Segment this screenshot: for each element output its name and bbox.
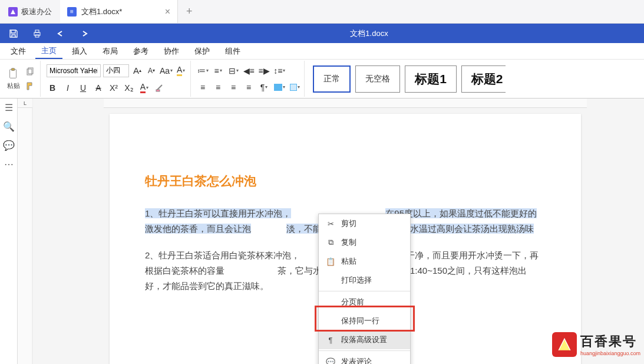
multilevel-button[interactable]: ⊟▾ bbox=[227, 65, 239, 77]
menu-home[interactable]: 主页 bbox=[35, 44, 62, 59]
window-title: 文档1.docx bbox=[100, 28, 638, 39]
print-button[interactable] bbox=[29, 26, 45, 41]
svg-rect-7 bbox=[156, 90, 160, 91]
sidebar: ☰ 🔍 💬 ⋯ bbox=[0, 99, 18, 364]
ctx-cut[interactable]: ✂剪切 bbox=[319, 214, 410, 233]
menu-layout[interactable]: 布局 bbox=[97, 44, 124, 58]
vertical-ruler[interactable] bbox=[18, 108, 32, 364]
ruler-column: L bbox=[18, 99, 33, 364]
selection-text: 1、牡丹王白茶可以直接用开水冲泡， bbox=[145, 208, 291, 218]
decrease-indent-button[interactable]: ◀≡ bbox=[243, 65, 255, 77]
line-spacing-button[interactable]: ↕≡▾ bbox=[273, 65, 285, 77]
sidebar-toc-icon[interactable]: ☰ bbox=[4, 102, 14, 113]
watermark-title: 百香果号 bbox=[580, 333, 640, 350]
shrink-font-button[interactable]: A▾ bbox=[146, 65, 157, 77]
horizontal-ruler[interactable] bbox=[104, 99, 587, 108]
document-icon: ≡ bbox=[67, 7, 77, 17]
app-icon bbox=[8, 7, 18, 17]
document-title: 牡丹王白茶怎么冲泡 bbox=[145, 173, 546, 189]
show-marks-button[interactable]: ¶▾ bbox=[258, 81, 270, 93]
copy-icon: ⧉ bbox=[326, 238, 335, 247]
watermark-icon bbox=[552, 332, 577, 357]
sidebar-search-icon[interactable]: 🔍 bbox=[4, 121, 14, 132]
menu-collab[interactable]: 协作 bbox=[158, 44, 185, 58]
grow-font-button[interactable]: A▴ bbox=[131, 65, 143, 77]
increase-indent-button[interactable]: ≡▶ bbox=[258, 65, 270, 77]
align-left-button[interactable]: ≡ bbox=[197, 81, 209, 93]
style-heading2[interactable]: 标题2 bbox=[461, 65, 506, 93]
document-tab-label: 文档1.docx* bbox=[81, 6, 122, 17]
format-painter-button[interactable] bbox=[24, 80, 37, 93]
ctx-comment[interactable]: 💬发表评论 bbox=[319, 352, 410, 364]
italic-button[interactable]: I bbox=[62, 82, 74, 94]
pilcrow-icon: ¶ bbox=[326, 335, 335, 345]
ctx-paste[interactable]: 📋粘贴 bbox=[319, 252, 410, 271]
align-justify-button[interactable]: ≡ bbox=[243, 81, 255, 93]
superscript-button[interactable]: X² bbox=[108, 82, 120, 94]
save-button[interactable] bbox=[6, 26, 21, 41]
style-normal[interactable]: 正常 bbox=[313, 65, 351, 93]
ribbon-paragraph: ≔▾ ≡▾ ⊟▾ ◀≡ ≡▶ ↕≡▾ ≡ ≡ ≡ ≡ ¶▾ ▾ ▾ bbox=[193, 61, 305, 97]
underline-button[interactable]: U bbox=[77, 82, 89, 94]
menu-protect[interactable]: 保护 bbox=[189, 44, 216, 58]
menu-component[interactable]: 组件 bbox=[219, 44, 246, 58]
ribbon-styles: 正常 无空格 标题1 标题2 bbox=[307, 61, 508, 97]
style-heading1[interactable]: 标题1 bbox=[405, 65, 457, 93]
sidebar-more-icon[interactable]: ⋯ bbox=[4, 159, 14, 169]
new-tab-button[interactable]: + bbox=[178, 5, 201, 18]
strike-button[interactable]: A bbox=[93, 82, 104, 94]
paste-label: 粘贴 bbox=[7, 81, 20, 90]
align-center-button[interactable]: ≡ bbox=[212, 81, 224, 93]
context-menu: ✂剪切 ⧉复制 📋粘贴 打印选择 分页前 保持同一行 ¶段落高级设置 💬发表评论… bbox=[318, 214, 411, 364]
ctx-separator bbox=[319, 291, 410, 291]
subscript-button[interactable]: X₂ bbox=[123, 82, 135, 94]
ribbon-font: A▴ A▾ Aa▾ A▾ B I U A X² X₂ A▾ bbox=[43, 61, 191, 97]
svg-rect-1 bbox=[35, 30, 39, 32]
document-tab[interactable]: ≡ 文档1.docx* × bbox=[60, 0, 178, 23]
clear-format-button[interactable] bbox=[154, 82, 166, 94]
style-nospace[interactable]: 无空格 bbox=[355, 65, 400, 93]
close-tab-button[interactable]: × bbox=[165, 6, 170, 17]
app-name: 极速办公 bbox=[21, 6, 52, 17]
redo-button[interactable] bbox=[77, 26, 92, 41]
copy-button[interactable] bbox=[24, 65, 37, 78]
menu-bar: 文件 主页 插入 布局 参考 协作 保护 组件 bbox=[0, 43, 644, 60]
ctx-print-select[interactable]: 打印选择 bbox=[319, 271, 410, 290]
numbering-button[interactable]: ≡▾ bbox=[212, 65, 224, 77]
ctx-separator bbox=[319, 350, 410, 351]
bold-button[interactable]: B bbox=[47, 82, 58, 94]
cut-icon: ✂ bbox=[326, 219, 335, 228]
watermark: 百香果号 huangjinbaixiangguo.com bbox=[552, 332, 640, 357]
font-name-select[interactable] bbox=[47, 64, 101, 77]
borders-button[interactable]: ▾ bbox=[289, 81, 300, 93]
ctx-page-before[interactable]: 分页前 bbox=[319, 293, 410, 311]
ctx-copy[interactable]: ⧉复制 bbox=[319, 233, 410, 252]
paste-button[interactable]: 粘贴 bbox=[7, 67, 20, 90]
quick-access-bar: 文档1.docx bbox=[0, 24, 644, 43]
align-right-button[interactable]: ≡ bbox=[227, 81, 239, 93]
ribbon: 粘贴 A▴ A▾ Aa▾ A▾ B I U A X² X₂ A▾ bbox=[0, 60, 644, 99]
highlight-button[interactable]: A▾ bbox=[175, 65, 187, 77]
menu-insert[interactable]: 插入 bbox=[66, 44, 93, 58]
svg-rect-4 bbox=[11, 68, 14, 71]
change-case-button[interactable]: Aa▾ bbox=[160, 65, 173, 77]
ribbon-clipboard: 粘贴 bbox=[4, 61, 41, 97]
menu-file[interactable]: 文件 bbox=[5, 44, 32, 58]
font-size-select[interactable] bbox=[103, 64, 129, 77]
menu-reference[interactable]: 参考 bbox=[127, 44, 154, 58]
ctx-paragraph-advanced[interactable]: ¶段落高级设置 bbox=[319, 330, 410, 349]
undo-button[interactable] bbox=[53, 26, 68, 41]
sidebar-comment-icon[interactable]: 💬 bbox=[4, 140, 14, 150]
paste-icon: 📋 bbox=[326, 257, 335, 266]
ctx-keep-line[interactable]: 保持同一行 bbox=[319, 311, 410, 330]
bullets-button[interactable]: ≔▾ bbox=[197, 65, 209, 77]
font-color-button[interactable]: A▾ bbox=[138, 82, 150, 94]
app-tab[interactable]: 极速办公 bbox=[0, 0, 60, 23]
ruler-corner: L bbox=[18, 99, 32, 108]
title-bar: 极速办公 ≡ 文档1.docx* × + bbox=[0, 0, 644, 24]
comment-icon: 💬 bbox=[326, 357, 335, 364]
watermark-url: huangjinbaixiangguo.com bbox=[580, 350, 640, 356]
shading-button[interactable]: ▾ bbox=[273, 81, 285, 93]
